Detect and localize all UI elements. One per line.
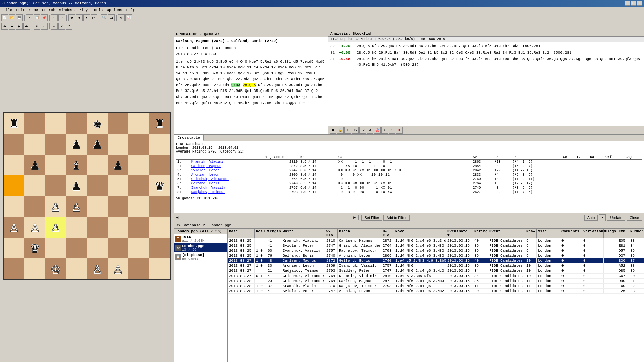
depth-btn[interactable]: 3 xyxy=(367,127,373,134)
cell-1-5[interactable] xyxy=(108,134,128,155)
cell-1-4[interactable]: ♟ xyxy=(87,134,108,155)
ct-name[interactable]: Gelfand, Boris xyxy=(190,181,273,186)
cell-7-4[interactable]: ♙ xyxy=(87,258,108,279)
cell-4-0[interactable] xyxy=(4,196,24,217)
next-move-btn[interactable]: ▶ xyxy=(16,23,23,30)
add-to-filter-btn[interactable]: Add to Filter xyxy=(383,215,409,221)
score-btn[interactable]: +V xyxy=(352,127,359,134)
game-row[interactable]: 2013.03.27 1-0 48 Carlsen, Magnus 2872 G… xyxy=(228,258,644,263)
col-length[interactable]: Length xyxy=(266,229,281,238)
cell-4-3[interactable]: ♙ xyxy=(66,196,87,217)
paste-btn[interactable]: 📌 xyxy=(41,14,48,21)
ct-name[interactable]: Kramnik, Vladimir xyxy=(190,160,273,164)
cell-4-6[interactable] xyxy=(128,196,149,217)
game-row[interactable]: 2013.03.25 == 41 Kramnik, Vladimir 2810 … xyxy=(228,238,644,243)
col-rating[interactable]: Rating xyxy=(473,229,488,238)
first-game-btn[interactable]: ⏮ xyxy=(68,14,75,21)
menu-edit[interactable]: Edit xyxy=(14,8,27,12)
cell-3-6[interactable] xyxy=(128,175,149,196)
game-list[interactable]: 2013.03.25 == 41 Kramnik, Vladimir 2810 … xyxy=(228,238,644,362)
col-flags[interactable]: Flags xyxy=(604,229,617,238)
stop-btn[interactable]: ■ xyxy=(396,127,403,134)
menu-tools[interactable]: Tools xyxy=(90,8,105,12)
ct-name[interactable]: Grischuk, Alexander xyxy=(190,177,273,181)
rotate-btn[interactable]: ↻ xyxy=(41,23,48,30)
cell-6-6[interactable] xyxy=(128,238,149,258)
pause-btn[interactable]: ⏸ xyxy=(330,127,336,134)
prev-game-btn[interactable]: ◀ xyxy=(76,14,83,21)
ct-player-row[interactable]: 2: Carlsen, Magnus 2872 8.5 / 14 == XX 1… xyxy=(176,164,642,168)
col-result[interactable]: Result xyxy=(255,229,266,238)
cell-3-5[interactable] xyxy=(108,175,128,196)
cell-0-6[interactable] xyxy=(128,113,149,134)
cell-4-5[interactable] xyxy=(108,196,128,217)
save-btn[interactable]: 💾 xyxy=(16,14,23,21)
cell-0-3[interactable] xyxy=(66,113,87,134)
crosstable-tab[interactable]: Crosstable xyxy=(174,135,204,141)
cell-2-2[interactable] xyxy=(45,155,66,175)
game-row[interactable]: 2013.03.25 1-0 76 Gelfand, Boris 2740 Ar… xyxy=(228,253,644,258)
menu-play[interactable]: Play xyxy=(77,8,90,12)
game-row[interactable]: 2013.03.28 1-0 41 Svidler, Peter 2747 Ar… xyxy=(228,289,644,294)
ct-player-row[interactable]: 3: Svidler, Peter 2747 8.0 / 14 == =0 01… xyxy=(176,168,642,173)
close-button[interactable]: × xyxy=(637,1,642,6)
col-white[interactable]: White xyxy=(281,229,325,238)
db-item-clipbase[interactable]: 📋 [clipbase] no games xyxy=(174,252,227,261)
ct-name[interactable]: Radjabov, Teimour xyxy=(190,190,273,194)
next-game-btn[interactable]: ▶ xyxy=(83,14,90,21)
plus-btn[interactable]: + xyxy=(344,127,351,134)
redo-btn[interactable]: ↪ xyxy=(58,14,65,21)
cell-3-4[interactable] xyxy=(87,175,108,196)
col-variations[interactable]: Variations xyxy=(582,229,604,238)
col-date[interactable]: Date xyxy=(228,229,255,238)
flip-btn[interactable]: ⇅ xyxy=(34,23,40,30)
moves-text[interactable]: 1.e4 c5 2.Nf3 Nc6 3.Bb5 e6 4.O-O Nge7 5.… xyxy=(176,59,326,106)
down-btn[interactable]: ↓ xyxy=(381,127,388,134)
cut-btn[interactable]: ✂ xyxy=(26,14,33,21)
db-btn[interactable]: 🗃 xyxy=(108,14,115,21)
col-event[interactable]: Event xyxy=(488,229,525,238)
ct-name[interactable]: Aronian, Levon xyxy=(190,173,273,177)
first-move-btn[interactable]: ⏮ xyxy=(1,23,8,30)
help-btn[interactable]: ? xyxy=(66,23,72,30)
cell-5-1[interactable]: ♙ xyxy=(24,217,45,238)
col-number[interactable]: Number xyxy=(629,229,644,238)
cell-5-7[interactable] xyxy=(149,217,170,238)
minimize-button[interactable]: _ xyxy=(625,1,630,6)
cell-7-1[interactable] xyxy=(24,258,45,279)
window-controls[interactable]: _ □ × xyxy=(625,1,642,6)
cell-5-3[interactable] xyxy=(66,217,87,238)
variation-btn[interactable]: V xyxy=(58,23,65,30)
move-qxc3[interactable]: Qxc3 xyxy=(231,83,240,87)
col-move[interactable]: Move xyxy=(394,229,446,238)
col-belo[interactable]: B-Elo xyxy=(381,229,394,238)
cell-5-5[interactable] xyxy=(108,217,128,238)
move-qa5[interactable]: 28.Qa5 xyxy=(243,83,256,87)
cell-6-3[interactable] xyxy=(66,238,87,258)
analysis-content[interactable]: 32 +1.29 28.Qa5 Rf8 29.Qb6 e5 30.Rd1 h6 … xyxy=(328,42,644,126)
col-evdate[interactable]: EventDate ▼ xyxy=(446,229,473,238)
open-btn[interactable]: 📂 xyxy=(9,14,15,21)
menu-windows[interactable]: Windows xyxy=(57,8,77,12)
menu-help[interactable]: Help xyxy=(124,8,137,12)
auto-arrow[interactable]: ▶ xyxy=(599,214,606,221)
engine-btn[interactable]: ⚙ xyxy=(118,14,125,21)
auto-btn[interactable]: Auto xyxy=(584,215,598,221)
up-btn[interactable]: ↑ xyxy=(389,127,395,134)
col-rca[interactable]: Rca▲ xyxy=(525,229,537,238)
ct-player-row[interactable]: 5: Grischuk, Alexander 2764 6.5 / 14 =0 … xyxy=(176,177,642,181)
cell-1-0[interactable] xyxy=(4,134,24,155)
copy-btn[interactable]: 📋 xyxy=(34,14,40,21)
menu-file[interactable]: File xyxy=(1,8,14,12)
game-row[interactable]: 2013.03.27 0-1 41 Grischuk, Alexander 27… xyxy=(228,274,644,279)
ct-player-row[interactable]: 6: Gelfand, Boris 2740 6.5 / 14 =0 == 00… xyxy=(176,181,642,186)
col-welo[interactable]: W-Elo xyxy=(325,229,338,238)
board-btn[interactable]: 🎯 xyxy=(374,127,381,134)
cell-1-2[interactable] xyxy=(45,134,66,155)
cell-0-7[interactable]: ♜ xyxy=(149,113,170,134)
lock-btn[interactable]: 🔒 xyxy=(337,127,344,134)
update-btn[interactable]: Update xyxy=(607,215,625,221)
cell-7-5[interactable]: ♙ xyxy=(108,258,128,279)
ct-scroll-right[interactable]: ▶ xyxy=(353,215,356,220)
cell-6-4[interactable] xyxy=(87,238,108,258)
